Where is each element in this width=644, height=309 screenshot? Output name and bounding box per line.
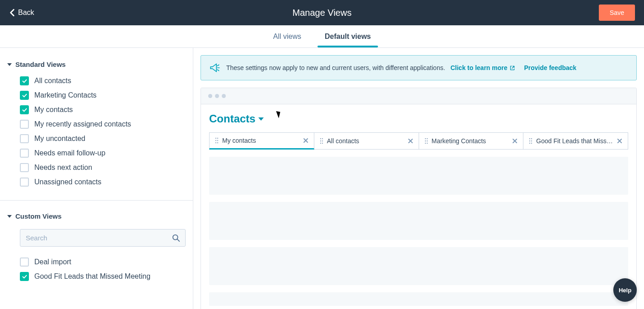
svg-point-14 (425, 138, 425, 139)
preview-tab-label: My contacts (222, 137, 299, 144)
close-icon[interactable] (303, 138, 308, 143)
svg-point-5 (217, 140, 218, 141)
svg-point-20 (529, 138, 530, 139)
contacts-dropdown[interactable]: Contacts (209, 112, 628, 125)
view-item[interactable]: Needs next action (20, 160, 186, 175)
page-title: Manage Views (293, 8, 352, 18)
divider (0, 200, 193, 201)
chrome-dot (215, 94, 219, 98)
svg-point-16 (425, 140, 425, 141)
search-input[interactable] (20, 229, 186, 247)
standard-views-header[interactable]: Standard Views (0, 57, 193, 74)
tab-all-views[interactable]: All views (271, 26, 304, 47)
tab-default-views[interactable]: Default views (322, 26, 373, 47)
checkbox[interactable] (20, 178, 29, 187)
skeleton-row (209, 247, 628, 285)
cursor-icon (266, 115, 273, 123)
checkbox[interactable] (20, 163, 29, 172)
back-label: Back (18, 9, 34, 17)
chrome-dot (222, 94, 226, 98)
provide-feedback-link[interactable]: Provide feedback (524, 64, 576, 71)
preview-tabs-row: My contactsAll contactsMarketing Contact… (209, 132, 628, 150)
svg-point-19 (426, 143, 427, 144)
chevron-down-icon (258, 117, 264, 121)
close-icon[interactable] (617, 138, 622, 144)
svg-point-12 (320, 143, 321, 144)
learn-more-link[interactable]: Click to learn more (450, 64, 515, 71)
back-button[interactable]: Back (9, 9, 34, 17)
drag-handle-icon[interactable] (215, 137, 219, 144)
view-item-label: Marketing Contacts (34, 91, 97, 99)
tabs-bar: All views Default views (0, 25, 644, 48)
preview-tab[interactable]: All contacts (314, 132, 419, 150)
preview-tab-label: Good Fit Leads that Miss… (536, 137, 613, 145)
close-icon[interactable] (408, 138, 413, 144)
view-item-label: My contacts (34, 106, 73, 114)
svg-point-2 (215, 138, 216, 139)
svg-point-9 (322, 138, 323, 139)
caret-down-icon (7, 215, 12, 218)
checkbox[interactable] (20, 91, 29, 100)
checkbox[interactable] (20, 149, 29, 158)
view-item[interactable]: Needs email follow-up (20, 146, 186, 160)
preview-tab[interactable]: Marketing Contacts (419, 132, 524, 150)
checkbox[interactable] (20, 76, 29, 85)
page-header: Back Manage Views Save (0, 0, 644, 25)
svg-point-6 (215, 142, 216, 143)
preview-tab[interactable]: My contacts (209, 132, 314, 150)
checkbox[interactable] (20, 134, 29, 143)
view-item[interactable]: My contacts (20, 103, 186, 117)
save-button[interactable]: Save (599, 5, 635, 21)
megaphone-icon (209, 62, 221, 74)
svg-point-3 (217, 138, 218, 139)
view-item-label: My uncontacted (34, 135, 85, 143)
external-link-icon (509, 65, 515, 71)
svg-point-17 (426, 140, 427, 141)
drag-handle-icon[interactable] (529, 138, 532, 144)
sidebar: Standard Views All contactsMarketing Con… (0, 48, 193, 309)
drag-handle-icon[interactable] (425, 138, 428, 144)
learn-more-label: Click to learn more (450, 64, 507, 71)
svg-point-0 (173, 234, 178, 239)
view-item[interactable]: My recently assigned contacts (20, 117, 186, 131)
svg-point-24 (529, 143, 530, 144)
view-item[interactable]: Good Fit Leads that Missed Meeting (20, 269, 186, 284)
svg-point-11 (322, 140, 323, 141)
custom-views-header[interactable]: Custom Views (0, 209, 193, 225)
preview-tab[interactable]: Good Fit Leads that Miss… (523, 132, 628, 150)
checkbox[interactable] (20, 120, 29, 129)
standard-views-list: All contactsMarketing ContactsMy contact… (0, 74, 193, 198)
checkbox[interactable] (20, 258, 29, 267)
info-banner: These settings now apply to new and curr… (201, 55, 637, 80)
help-button[interactable]: Help (613, 278, 637, 302)
caret-down-icon (7, 63, 12, 66)
view-item[interactable]: My uncontacted (20, 131, 186, 146)
view-item[interactable]: Deal import (20, 255, 186, 269)
content-area: These settings now apply to new and curr… (193, 48, 644, 309)
view-item[interactable]: All contacts (20, 74, 186, 88)
banner-message: These settings now apply to new and curr… (226, 64, 445, 71)
svg-point-18 (425, 143, 425, 144)
banner-text: These settings now apply to new and curr… (226, 64, 576, 71)
view-item-label: Needs email follow-up (34, 149, 105, 157)
view-item[interactable]: Marketing Contacts (20, 88, 186, 103)
custom-views-title: Custom Views (15, 212, 61, 220)
custom-views-list: Deal importGood Fit Leads that Missed Me… (0, 255, 193, 293)
close-icon[interactable] (512, 138, 518, 144)
main-layout: Standard Views All contactsMarketing Con… (0, 48, 644, 309)
view-item-label: Needs next action (34, 164, 92, 172)
checkbox[interactable] (20, 105, 29, 114)
svg-point-22 (529, 140, 530, 141)
chevron-left-icon (9, 9, 15, 17)
view-item-label: All contacts (34, 77, 71, 85)
drag-handle-icon[interactable] (320, 138, 323, 144)
svg-point-23 (531, 140, 532, 141)
svg-point-7 (217, 142, 218, 143)
search-icon (172, 234, 180, 242)
preview-body: Contacts My contactsAll contactsMarketin… (201, 104, 636, 309)
view-item[interactable]: Unassigned contacts (20, 175, 186, 189)
view-item-label: Unassigned contacts (34, 178, 102, 186)
standard-views-title: Standard Views (15, 61, 65, 68)
checkbox[interactable] (20, 272, 29, 281)
svg-line-1 (177, 239, 180, 241)
